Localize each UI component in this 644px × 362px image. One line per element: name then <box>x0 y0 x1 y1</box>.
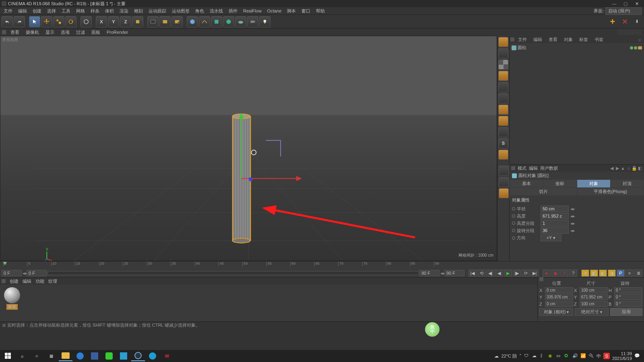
material-label[interactable]: 材质 <box>6 304 18 310</box>
menu-character[interactable]: 角色 <box>192 8 207 14</box>
mat-menu-create[interactable]: 创建 <box>10 278 19 284</box>
edge-mode-button[interactable] <box>498 93 508 103</box>
anim-dot[interactable] <box>512 214 515 218</box>
rotate-tool[interactable] <box>65 16 76 27</box>
vp-menu-options[interactable]: 选项 <box>58 29 73 35</box>
prev-frame-button[interactable]: ◀| <box>486 269 494 277</box>
spinner-icon[interactable]: ◂▸ <box>570 206 574 212</box>
vp-menu-camera[interactable]: 摄像机 <box>23 29 42 35</box>
object-tree-item[interactable]: 圆柱 <box>511 44 643 51</box>
add-environment-button[interactable] <box>235 16 246 27</box>
taskbar-wechat-icon[interactable] <box>102 351 116 361</box>
vp-menu-view[interactable]: 查看 <box>7 29 23 35</box>
vp-menu-panel[interactable]: 面板 <box>88 29 103 35</box>
corner-add-icon[interactable]: + <box>607 16 618 27</box>
keyframe-sel-button[interactable]: ? <box>560 269 568 277</box>
coords-mode1-dropdown[interactable]: 对象 (相对) ▾ <box>539 308 573 316</box>
rot-h-input[interactable]: 0 ° <box>614 287 642 293</box>
maximize-button[interactable]: ▢ <box>620 0 631 7</box>
menu-window[interactable]: 窗口 <box>299 8 313 14</box>
move-tool[interactable] <box>41 16 52 27</box>
key-rot-button[interactable]: ◐ <box>599 269 607 277</box>
material-item[interactable]: 材质 <box>2 287 22 310</box>
tray-onedrive-icon[interactable]: ☁ <box>532 353 538 359</box>
vp-nav-toggle-icon[interactable] <box>636 29 642 35</box>
attr-nav-home-icon[interactable]: ⌂ <box>626 166 631 171</box>
tray-nvidia-icon[interactable]: ◉ <box>548 353 554 359</box>
spinner-icon[interactable]: ◂▸ <box>570 221 574 226</box>
attr-tab-caps[interactable]: 封顶 <box>611 180 644 187</box>
mat-menu-texture[interactable]: 纹理 <box>48 278 57 284</box>
size-z-input[interactable]: 100 cm <box>580 301 608 307</box>
minimize-button[interactable]: — <box>609 0 620 7</box>
tweak-mode-button[interactable] <box>498 127 508 137</box>
menu-realflow[interactable]: RealFlow <box>240 8 264 13</box>
attr-tab-slice[interactable]: 切片 <box>510 188 577 195</box>
coord-system-button[interactable] <box>132 16 143 27</box>
tray-notifications-icon[interactable]: 💬 <box>634 353 640 359</box>
coords-mode2-dropdown[interactable]: 绝对尺寸 ▾ <box>575 308 609 316</box>
point-mode-button[interactable] <box>498 82 508 92</box>
tray-volume-icon[interactable]: 🔊 <box>572 353 578 359</box>
menu-sculpt[interactable]: 雕刻 <box>131 8 146 14</box>
lock-y-button[interactable]: Y <box>108 16 119 27</box>
attr-nav-new-icon[interactable]: ◧ <box>637 166 642 171</box>
size-y-input[interactable]: 671.952 cm <box>580 294 608 300</box>
rot-b-input[interactable]: 0 ° <box>614 301 642 307</box>
tray-shield-icon[interactable]: 🛡 <box>524 353 530 359</box>
menu-mesh[interactable]: 网格 <box>73 8 88 14</box>
viewport[interactable]: 透视视图 <box>0 36 497 261</box>
scale-tool[interactable] <box>53 16 64 27</box>
weather-icon[interactable]: ☁ <box>494 354 499 359</box>
workplane-mode-button[interactable] <box>498 71 508 81</box>
render-settings-button[interactable] <box>171 16 183 27</box>
weather-label[interactable]: 22°C 阴 <box>501 353 517 359</box>
rseg-input[interactable]: 36 <box>541 227 569 234</box>
attr-tab-basic[interactable]: 基本 <box>510 180 543 187</box>
menu-volume[interactable]: 体积 <box>102 8 117 14</box>
om-search-icon[interactable]: ⌕ <box>638 37 643 42</box>
menu-mograph[interactable]: 运动图形 <box>169 8 192 14</box>
grip-icon[interactable] <box>510 37 514 41</box>
mat-menu-function[interactable]: 功能 <box>35 278 44 284</box>
menu-script[interactable]: 脚本 <box>284 8 299 14</box>
tray-battery-icon[interactable]: ▭ <box>556 353 562 359</box>
menu-select[interactable]: 选择 <box>44 8 59 14</box>
om-tab-file[interactable]: 文件 <box>515 36 530 43</box>
taskview-button[interactable]: ⊞ <box>44 351 58 361</box>
cortana-button[interactable]: ○ <box>30 351 43 361</box>
corner-close-icon[interactable]: ✕ <box>619 16 630 27</box>
menu-pipeline[interactable]: 流水线 <box>207 8 226 14</box>
taskbar-app2-icon[interactable] <box>88 351 101 361</box>
autokey-button[interactable]: ◉ <box>551 269 559 277</box>
pos-y-input[interactable]: 335.976 cm <box>545 294 573 300</box>
add-generator-button[interactable] <box>211 16 222 27</box>
play-back-button[interactable]: ◀ <box>495 269 503 277</box>
menu-edit[interactable]: 编辑 <box>15 8 30 14</box>
start-button[interactable] <box>2 351 14 361</box>
spinner-icon[interactable]: ◂▸ <box>440 271 444 276</box>
tray-app-icon[interactable]: ✪ <box>564 353 570 359</box>
anim-dot[interactable] <box>512 222 515 225</box>
next-frame-button[interactable]: |▶ <box>513 269 521 277</box>
attr-nav-up-icon[interactable]: ▲ <box>620 166 625 171</box>
timeline-current-field[interactable]: 0 F <box>27 270 47 276</box>
tray-wifi-icon[interactable]: 📶 <box>580 353 586 359</box>
anim-dot[interactable] <box>512 207 515 210</box>
menu-help[interactable]: 帮助 <box>313 8 328 14</box>
attr-menu-edit[interactable]: 编辑 <box>529 165 538 171</box>
orient-dropdown[interactable]: +Y ▾ <box>541 234 561 241</box>
tray-bluetooth-icon[interactable]: ᛒ <box>540 353 546 359</box>
attr-tab-coord[interactable]: 坐标 <box>543 180 576 187</box>
tray-power-icon[interactable]: 🔌 <box>588 353 594 359</box>
vp-menu-prorender[interactable]: ProRender <box>103 30 131 35</box>
rot-p-input[interactable]: 0 ° <box>614 294 642 300</box>
grip-icon[interactable] <box>511 166 515 170</box>
vp-nav-rotate-icon[interactable] <box>630 29 636 35</box>
anim-dot[interactable] <box>512 237 515 240</box>
add-deformer-button[interactable] <box>223 16 234 27</box>
spinner-icon[interactable]: ◂▸ <box>23 271 26 276</box>
add-light-button[interactable] <box>259 16 270 27</box>
om-tab-edit[interactable]: 编辑 <box>530 36 545 43</box>
coords-apply-button[interactable]: 应用 <box>610 308 642 316</box>
